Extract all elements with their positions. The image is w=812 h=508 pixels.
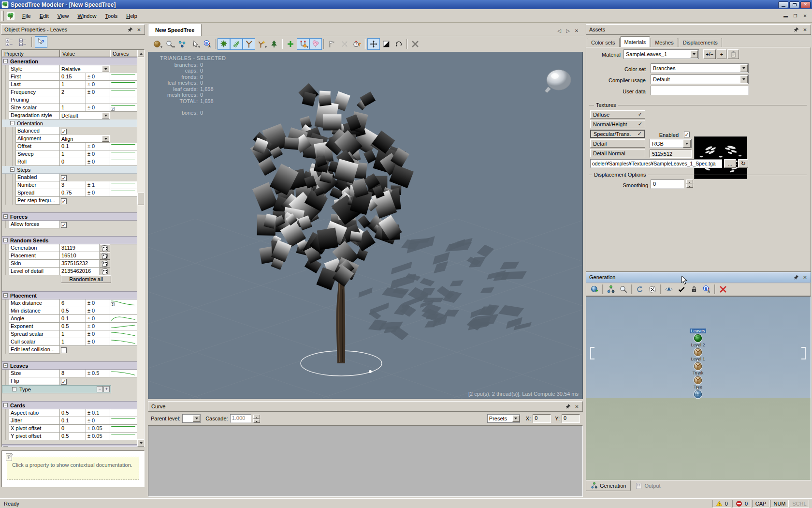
prop-value[interactable]: 1 <box>60 104 86 112</box>
prop-dropdown[interactable]: Default <box>60 112 110 120</box>
prop-variance[interactable]: ± 0 <box>86 323 110 330</box>
prop-curve[interactable] <box>110 409 137 417</box>
spheres-button[interactable] <box>309 38 322 50</box>
collapse-icon[interactable]: − <box>3 214 8 219</box>
rotate-cw-button[interactable] <box>634 284 646 295</box>
prop-value[interactable]: 0.5 <box>60 409 86 417</box>
prop-value[interactable]: 0.1 <box>60 143 86 150</box>
menu-edit[interactable]: Edit <box>35 12 53 20</box>
prop-curve[interactable]: 2 <box>110 299 137 307</box>
texture-slot-detail[interactable]: Detail <box>590 139 645 148</box>
randomize-all-button[interactable]: Randomize all <box>61 275 111 283</box>
prop-label[interactable]: Y pivot offset <box>9 433 60 440</box>
darts-button[interactable] <box>338 38 351 50</box>
prop-value[interactable]: 0.15 <box>60 73 86 81</box>
prop-label[interactable]: Degradation style <box>9 112 60 120</box>
select-by-name-button[interactable] <box>700 284 713 295</box>
prop-label[interactable]: Style <box>9 65 60 73</box>
prop-curve[interactable] <box>110 89 137 96</box>
close-icon[interactable]: ✕ <box>573 403 580 410</box>
prop-curve[interactable] <box>110 330 137 338</box>
menu-window[interactable]: Window <box>73 12 101 20</box>
column-value[interactable]: Value <box>60 50 110 57</box>
lock-button[interactable] <box>688 284 700 295</box>
node-tree-button[interactable] <box>605 284 617 295</box>
assets-tab-materials[interactable]: Materials <box>620 36 651 47</box>
prop-label[interactable]: Sweep <box>15 150 60 158</box>
prop-curve[interactable] <box>110 323 137 330</box>
subsection-orientation[interactable]: −Orientation <box>2 120 137 127</box>
seed-value[interactable]: 2135462016 <box>60 268 100 275</box>
close-icon[interactable]: ✕ <box>801 274 809 281</box>
globe-button[interactable] <box>151 38 163 50</box>
column-property[interactable]: Property <box>2 50 60 57</box>
prop-label[interactable]: Edit leaf collision... <box>9 346 60 354</box>
enabled-checkbox[interactable]: ✓ <box>684 132 690 137</box>
prop-label[interactable]: Balanced <box>15 127 60 135</box>
tree-trunk[interactable] <box>336 278 346 363</box>
prop-label[interactable]: Generation <box>9 244 60 252</box>
prop-variance[interactable]: ± 0 <box>86 307 110 315</box>
prop-curve[interactable] <box>110 315 137 323</box>
prop-curve[interactable] <box>110 73 137 81</box>
dice-button[interactable] <box>646 284 659 295</box>
prop-label[interactable]: Flip <box>9 377 60 385</box>
prop-variance[interactable]: ± 0 <box>86 299 110 307</box>
prop-curve[interactable] <box>110 143 137 150</box>
prop-curve[interactable] <box>110 181 137 189</box>
node-tree[interactable]: Tree <box>683 384 712 400</box>
prop-checkbox[interactable]: ✓ <box>61 198 67 204</box>
errors-indicator[interactable]: 0 <box>732 500 751 508</box>
collapse-icon[interactable]: − <box>3 238 8 242</box>
next-tab-icon[interactable]: ▷ <box>565 28 571 33</box>
close-button[interactable]: ✕ <box>800 1 811 8</box>
seed-value[interactable]: 16510 <box>60 252 100 260</box>
cascade-input[interactable]: 1.000 <box>230 414 251 423</box>
collapse-icon[interactable]: − <box>10 167 14 172</box>
cascade-spinner[interactable] <box>253 415 260 423</box>
texture-preview[interactable] <box>694 136 747 179</box>
delete-button[interactable] <box>409 38 421 50</box>
prop-variance[interactable]: ± 0 <box>86 104 110 112</box>
prop-value[interactable]: 1 <box>60 338 86 346</box>
prop-label[interactable]: Level of detail <box>9 268 60 275</box>
cursor-button[interactable] <box>188 38 201 50</box>
material-select[interactable]: SampleLeaves_1 <box>624 49 699 59</box>
collapse-icon[interactable]: − <box>10 121 14 125</box>
prop-variance[interactable]: ± 0 <box>86 189 110 197</box>
add-button[interactable] <box>284 38 297 50</box>
prop-label[interactable]: Skin <box>9 260 60 268</box>
prev-tab-icon[interactable]: ◁ <box>556 28 563 33</box>
seed-value[interactable]: 357515232 <box>60 260 100 268</box>
x-value[interactable]: 0 <box>533 414 551 423</box>
material-paste-button[interactable] <box>727 49 739 59</box>
prop-checkbox[interactable] <box>61 347 67 353</box>
prop-dropdown[interactable]: Align <box>60 135 110 143</box>
flag-button[interactable] <box>326 38 338 50</box>
dock-tab-output[interactable]: Output <box>631 480 665 491</box>
texture-slot-specular-trans[interactable]: Specular/Trans.✓ <box>590 130 645 138</box>
texture-slot-diffuse[interactable]: Diffuse✓ <box>590 110 645 119</box>
prop-curve[interactable] <box>110 370 137 377</box>
tab-new-speedtree[interactable]: New SpeedTree <box>148 24 202 36</box>
user-data-input[interactable] <box>651 86 749 95</box>
collapse-icon[interactable]: − <box>3 403 8 407</box>
material-add-remove-button[interactable]: +/− <box>703 49 716 59</box>
stopwatch-button[interactable] <box>351 38 363 50</box>
scrollbar-thumb[interactable] <box>137 193 145 205</box>
prop-variance[interactable]: ± 0 <box>86 81 110 89</box>
prop-value[interactable]: 8 <box>60 370 86 377</box>
pin-icon[interactable] <box>127 26 134 33</box>
prop-curve[interactable] <box>110 150 137 158</box>
randomize-seed-button[interactable] <box>100 260 110 268</box>
prop-variance[interactable]: ± 0 <box>86 158 110 166</box>
prop-curve[interactable] <box>110 189 137 197</box>
prop-variance[interactable]: ± 0 <box>86 150 110 158</box>
prop-value[interactable]: 0.1 <box>60 315 86 323</box>
prop-value[interactable] <box>60 96 86 104</box>
prop-label[interactable]: Placement <box>9 252 60 260</box>
section-generation[interactable]: −Generation <box>2 57 137 65</box>
prop-curve[interactable] <box>110 96 137 104</box>
prop-value[interactable]: 1 <box>60 150 86 158</box>
branch-button[interactable] <box>243 38 255 50</box>
